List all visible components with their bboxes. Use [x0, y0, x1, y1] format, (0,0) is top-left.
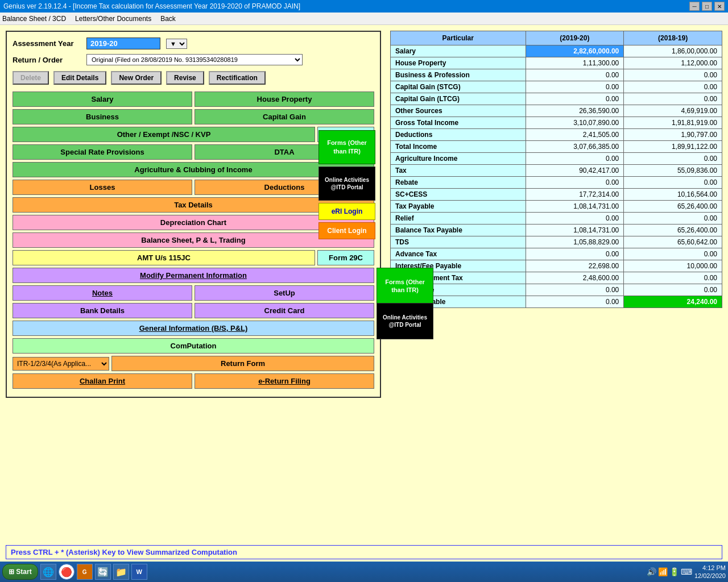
itr-select[interactable]: ITR-1/2/3/4(As Applica...: [13, 357, 109, 371]
capital-gain-button[interactable]: Capital Gain: [195, 109, 374, 124]
row-value-2018: 0.00: [624, 272, 722, 284]
online-activities-float-button[interactable]: Online Activities @ITD Portal: [318, 167, 375, 201]
row-value-2018: 10,000.00: [624, 260, 722, 272]
table-row: Interest/Fee Payable22,698.0010,000.00: [391, 260, 722, 272]
assessment-year-dropdown[interactable]: ▼: [166, 39, 187, 49]
title-text: Genius ver 2.19.12.4 - [Income Tax calcu…: [3, 2, 300, 10]
table-row: Capital Gain (LTCG)0.000.00: [391, 93, 722, 105]
return-form-button[interactable]: Return Form: [111, 356, 374, 371]
row-value-2018: 0.00: [624, 69, 722, 81]
table-row: SC+CESS17,72,314.0010,16,564.00: [391, 189, 722, 201]
delete-button[interactable]: Delete: [13, 71, 49, 85]
close-button[interactable]: ✕: [714, 2, 725, 11]
row-notes-setup: Notes SetUp: [13, 285, 374, 301]
table-row: Total Income3,07,66,385.001,89,91,122.00: [391, 141, 722, 153]
row-value-2018: 65,26,400.00: [624, 225, 722, 236]
rectification-button[interactable]: Rectification: [209, 71, 266, 85]
minimize-button[interactable]: ─: [689, 2, 700, 11]
return-order-row: Return / Order Original (Filed on 28/08/…: [13, 54, 374, 65]
row-label: SC+CESS: [391, 189, 526, 201]
menu-balance-sheet[interactable]: Balance Sheet / 3CD: [2, 15, 66, 23]
salary-button[interactable]: Salary: [13, 92, 192, 107]
taskbar-nav-icon[interactable]: 🔄: [95, 564, 111, 580]
row-label: Capital Gain (STCG): [391, 81, 526, 93]
return-order-select[interactable]: Original (Filed on 28/08/2019 No. 931395…: [86, 54, 303, 65]
row-value-2018: 55,09,836.00: [624, 165, 722, 177]
eri-login-button[interactable]: eRI Login: [318, 203, 375, 220]
taskbar-chrome-icon[interactable]: 🔴: [59, 564, 75, 580]
taskbar-ie-icon[interactable]: 🌐: [40, 564, 56, 580]
col-2018: (2018-19): [624, 31, 722, 45]
assessment-year-row: Assessment Year ▼: [13, 38, 374, 49]
setup-button[interactable]: SetUp: [195, 285, 374, 301]
row-value-2019: 1,11,300.00: [526, 57, 624, 69]
losses-button[interactable]: Losses: [13, 180, 192, 195]
row-value-2018: 0.00: [624, 81, 722, 93]
taskbar-app-icon[interactable]: G: [77, 564, 93, 580]
credit-card-button[interactable]: Credit Card: [195, 303, 374, 318]
table-row: House Property1,11,300.001,12,000.00: [391, 57, 722, 69]
revise-button[interactable]: Revise: [166, 71, 204, 85]
client-login-button[interactable]: Client Login: [318, 222, 375, 239]
table-row: Tax Payable1,08,14,731.0065,26,400.00: [391, 201, 722, 213]
col-2019: (2019-20): [526, 31, 624, 45]
table-row: Business & Profession0.000.00: [391, 69, 722, 81]
general-info-button[interactable]: General Information (B/S, P&L): [13, 321, 374, 336]
row-value-2019: 0.00: [526, 177, 624, 189]
income-table: Particular (2019-20) (2018-19) Salary2,8…: [390, 31, 722, 308]
table-row: Tax Payable0.000.00: [391, 284, 722, 296]
right-panel: Particular (2019-20) (2018-19) Salary2,8…: [390, 31, 722, 398]
house-property-button[interactable]: House Property: [195, 92, 374, 107]
assessment-year-input[interactable]: [86, 38, 160, 49]
amt-button[interactable]: AMT U/s 115JC: [13, 250, 315, 265]
forms-other-float-button[interactable]: Forms (Other than ITR): [318, 130, 375, 164]
taskbar-folder-icon[interactable]: 📁: [113, 564, 129, 580]
modify-permanent-button[interactable]: Modify Permanent Information: [13, 268, 374, 283]
row-value-2018: 65,60,642.00: [624, 236, 722, 248]
table-row: Salary2,82,60,000.001,86,00,000.00: [391, 45, 722, 57]
e-return-button[interactable]: e-Return Filing: [195, 373, 374, 389]
table-row: Tax Refundable0.0024,240.00: [391, 296, 722, 308]
row-value-2019: 3,10,07,890.00: [526, 117, 624, 129]
row-value-2019: 0.00: [526, 81, 624, 93]
row-value-2019: 1,08,14,731.00: [526, 225, 624, 236]
other-exempt-button[interactable]: Other / Exempt /NSC / KVP: [13, 127, 315, 142]
row-value-2018: 1,86,00,000.00: [624, 45, 722, 57]
row-value-2019: 26,36,590.00: [526, 105, 624, 117]
row-value-2019: 90,42,417.00: [526, 165, 624, 177]
edit-details-button[interactable]: Edit Details: [53, 71, 106, 85]
row-value-2018: 24,240.00: [624, 296, 722, 308]
new-order-button[interactable]: New Order: [111, 71, 162, 85]
row-business-capital: Business Capital Gain: [13, 109, 374, 124]
row-label: Tax Payable: [391, 201, 526, 213]
start-button[interactable]: ⊞ Start: [2, 564, 38, 580]
menu-back[interactable]: Back: [160, 15, 176, 23]
taskbar-right: 🔊 📶 🔋 ⌨ 4:12 PM 12/02/2020: [647, 564, 726, 580]
row-label: Relief: [391, 213, 526, 225]
row-value-2018: 1,91,81,919.00: [624, 117, 722, 129]
row-label: TDS: [391, 236, 526, 248]
row-value-2018: 4,69,919.00: [624, 105, 722, 117]
forms-other-button[interactable]: Forms (Other than ITR): [377, 268, 433, 304]
row-value-2018: 10,16,564.00: [624, 189, 722, 201]
row-value-2018: 0.00: [624, 93, 722, 105]
bank-details-button[interactable]: Bank Details: [13, 303, 192, 318]
row-value-2019: 0.00: [526, 296, 624, 308]
business-button[interactable]: Business: [13, 109, 192, 124]
row-value-2019: 0.00: [526, 284, 624, 296]
menu-letters[interactable]: Letters/Other Documents: [75, 15, 151, 23]
table-row: Capital Gain (STCG)0.000.00: [391, 81, 722, 93]
taskbar-word-icon[interactable]: W: [131, 564, 147, 580]
row-value-2019: 0.00: [526, 213, 624, 225]
row-value-2018: 1,89,91,122.00: [624, 141, 722, 153]
computation-button[interactable]: ComPutation: [13, 338, 374, 354]
maximize-button[interactable]: □: [702, 2, 712, 11]
special-rate-button[interactable]: Special Rate Provisions: [13, 144, 192, 160]
online-activities-button[interactable]: Online Activities @ITD Portal: [377, 303, 433, 339]
challan-print-button[interactable]: Challan Print: [13, 373, 192, 389]
row-value-2019: 1,08,14,731.00: [526, 201, 624, 213]
table-row: Relief0.000.00: [391, 213, 722, 225]
row-value-2018: 0.00: [624, 153, 722, 165]
notes-button[interactable]: Notes: [13, 285, 192, 301]
form29c-button[interactable]: Form 29C: [317, 250, 374, 265]
